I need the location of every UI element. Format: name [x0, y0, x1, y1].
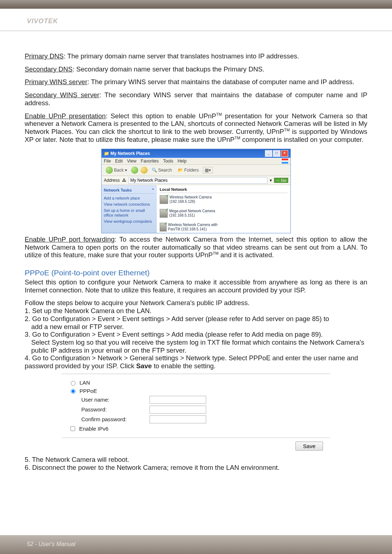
xp-body: Network Tasks ⌃ Add a network place View…	[102, 185, 290, 233]
label-password: Password:	[69, 406, 147, 413]
step-5: 5. The Network Camera will reboot.	[25, 456, 367, 464]
pppoe-form: LAN PPPoE User name: Password: Confirm p…	[62, 374, 330, 438]
menu-tools[interactable]: Tools	[163, 159, 173, 164]
header-underline	[0, 30, 392, 31]
group-local-network: Local Network	[160, 186, 287, 193]
tm-3: TM	[234, 136, 240, 140]
term-primary-wins: Primary WINS server	[25, 78, 87, 86]
xp-menubar: File Edit View Favorites Tools Help	[102, 158, 290, 165]
text-primary-wins: : The primary WINS server that maintains…	[87, 78, 354, 86]
xp-folder-icon: 📁	[104, 151, 109, 156]
checkbox-ipv6[interactable]	[70, 426, 75, 431]
row-ipv6: Enable IPv6	[69, 425, 323, 432]
views-button[interactable]: ▦▾	[203, 167, 213, 173]
input-password[interactable]	[150, 406, 206, 414]
row-username: User name:	[69, 396, 323, 404]
back-button[interactable]: Back ▾	[104, 166, 129, 175]
address-input[interactable]	[128, 177, 268, 184]
pppoe-follow: Follow the steps below to acquire your N…	[25, 299, 367, 307]
def-upnp-presentation: Enable UPnP presentation: Select this op…	[25, 112, 367, 144]
page: VIVOTEK Primary DNS: The primary domain …	[0, 0, 392, 554]
term-secondary-wins: Secondary WINS server	[25, 91, 99, 99]
search-button[interactable]: 🔍 Search	[150, 167, 174, 173]
step-6: 6. Disconnect the power to the Network C…	[25, 464, 367, 472]
row-password: Password:	[69, 406, 323, 414]
term-upnp-presentation: Enable UPnP presentation	[25, 112, 106, 120]
step-3: 3. Go to Configuration > Event > Event s…	[25, 331, 367, 354]
section-pppoe-title: PPPoE (Point-to-point over Ethernet)	[25, 268, 367, 278]
save-button[interactable]: Save	[295, 442, 323, 451]
xp-title-text: My Network Places	[110, 151, 150, 156]
xp-items: Wireless Network Camera (192.168.5.128) …	[160, 195, 287, 231]
menu-view[interactable]: View	[127, 159, 136, 164]
task-view-workgroup[interactable]: View workgroup computers	[104, 218, 155, 225]
tm-1: TM	[216, 112, 222, 116]
menu-file[interactable]: File	[104, 159, 111, 164]
xp-toolbar: Back ▾ 🔍 Search 📂 Folders ▦▾	[102, 165, 290, 176]
xp-item[interactable]: Wireless Network Camera (192.168.5.128)	[160, 195, 221, 204]
radio-lan[interactable]	[71, 381, 75, 386]
label-pppoe: PPPoE	[79, 388, 97, 394]
step-1: 1. Set up the Network Camera on the LAN.	[25, 307, 367, 315]
xp-addressbar: Address 🖧 ▾ → Go	[102, 176, 290, 185]
xp-window: 📁 My Network Places _ □ × File Edit View…	[101, 149, 291, 233]
text-primary-dns: : The primary domain name server that tr…	[64, 52, 299, 60]
address-dropdown-icon[interactable]: ▾	[270, 178, 272, 183]
xp-main: Local Network Wireless Network Camera (1…	[157, 185, 290, 233]
text-secondary-dns: : Secondary domain name server that back…	[73, 65, 264, 73]
step-2: 2. Go to Configuration > Event > Event s…	[25, 315, 367, 331]
upnp-fwd-b: and it is activated.	[219, 251, 274, 259]
task-view-connections[interactable]: View network connections	[104, 201, 155, 208]
def-primary-wins: Primary WINS server: The primary WINS se…	[25, 78, 367, 86]
xp-titlebar[interactable]: 📁 My Network Places _ □ ×	[102, 149, 290, 158]
tm-4: TM	[213, 251, 219, 255]
radio-pppoe[interactable]	[71, 389, 75, 394]
folders-button[interactable]: 📂 Folders	[176, 167, 201, 173]
collapse-icon[interactable]: ⌃	[151, 188, 155, 193]
label-ipv6: Enable IPv6	[79, 426, 109, 432]
device-icon	[160, 209, 168, 218]
label-username: User name:	[69, 397, 147, 403]
pppoe-intro: Select this option to configure your Net…	[25, 278, 367, 294]
forward-button[interactable]	[131, 167, 138, 174]
input-username[interactable]	[150, 396, 206, 404]
address-icon: 🖧	[122, 178, 126, 183]
def-secondary-dns: Secondary DNS: Secondary domain name ser…	[25, 65, 367, 73]
task-setup-network[interactable]: Set up a home or small office network	[104, 208, 155, 218]
step-4: 4. Go to Configuration > Network > Gener…	[25, 354, 367, 370]
input-confirm-password[interactable]	[150, 415, 206, 423]
def-secondary-wins: Secondary WINS server: The secondary WIN…	[25, 91, 367, 107]
content: Primary DNS: The primary domain name ser…	[0, 9, 392, 486]
address-label: Address	[104, 178, 120, 183]
menu-favorites[interactable]: Favorites	[141, 159, 159, 164]
xp-sidebar: Network Tasks ⌃ Add a network place View…	[102, 185, 157, 233]
go-button[interactable]: → Go	[274, 178, 288, 183]
maximize-icon[interactable]: □	[273, 150, 280, 157]
tm-2: TM	[284, 128, 290, 132]
row-pppoe: PPPoE	[69, 388, 323, 394]
sidebar-panel-title[interactable]: Network Tasks ⌃	[104, 187, 155, 194]
row-lan: LAN	[69, 379, 323, 386]
term-primary-dns: Primary DNS	[25, 52, 64, 60]
xp-item[interactable]: Mega-pixel Network Camera (192.168.5.151…	[160, 209, 221, 218]
header-bar	[0, 0, 392, 9]
task-add-network-place[interactable]: Add a network place	[104, 195, 155, 201]
close-icon[interactable]: ×	[281, 150, 288, 157]
upnp-a: : Select this option to enable UPnP	[106, 112, 216, 120]
back-arrow-icon	[106, 167, 113, 174]
term-upnp-forwarding: Enable UPnP port forwarding	[25, 235, 115, 243]
def-upnp-forwarding: Enable UPnP port forwarding: To access t…	[25, 235, 367, 259]
upnp-d: component is installed on your computer.	[240, 136, 363, 143]
label-confirm-password: Confirm password:	[69, 416, 147, 423]
up-button[interactable]	[140, 167, 148, 174]
label-lan: LAN	[79, 379, 90, 386]
windows-flag-icon	[282, 159, 288, 164]
menu-edit[interactable]: Edit	[115, 159, 123, 164]
row-confirm: Confirm password:	[69, 415, 323, 423]
pppoe-steps: 1. Set up the Network Camera on the LAN.…	[25, 307, 367, 370]
device-icon	[160, 195, 168, 204]
page-footer: 52 - User's Manual	[0, 535, 392, 554]
minimize-icon[interactable]: _	[265, 150, 272, 157]
menu-help[interactable]: Help	[177, 159, 187, 164]
xp-item[interactable]: Wireless Network Camera with Pan/Tilt (1…	[160, 223, 221, 231]
